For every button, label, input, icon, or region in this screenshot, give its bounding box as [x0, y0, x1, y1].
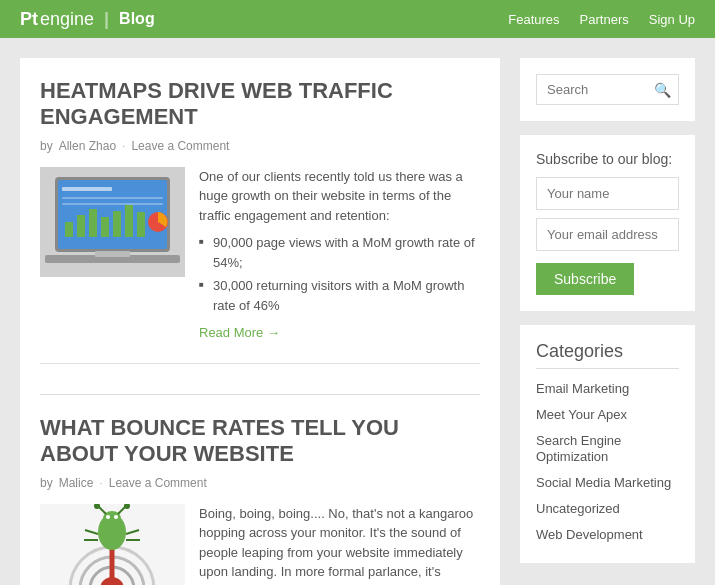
list-item: Uncategorized: [536, 495, 679, 521]
sidebar: 🔍 Subscribe to our blog: Subscribe Categ…: [520, 58, 695, 585]
article-1-body: One of our clients recently told us ther…: [40, 167, 480, 343]
search-icon: 🔍: [654, 82, 671, 98]
subscribe-button[interactable]: Subscribe: [536, 263, 634, 295]
category-seo[interactable]: Search Engine Optimization: [536, 433, 621, 464]
svg-rect-4: [62, 197, 163, 199]
article-1-bullet-1: 90,000 page views with a MoM growth rate…: [199, 233, 480, 272]
category-uncategorized[interactable]: Uncategorized: [536, 501, 620, 516]
content-area: HEATMAPS DRIVE WEB TRAFFIC ENGAGEMENT by…: [0, 38, 715, 585]
svg-rect-5: [62, 203, 163, 205]
svg-rect-8: [89, 209, 97, 237]
nav-signup[interactable]: Sign Up: [649, 12, 695, 27]
article-1-image: [40, 167, 185, 277]
logo-separator: |: [104, 9, 109, 30]
logo: Ptengine | Blog: [20, 9, 155, 30]
category-email-marketing[interactable]: Email Marketing: [536, 381, 629, 396]
article-2-byline: by: [40, 476, 53, 490]
article-2-title: WHAT BOUNCE RATES TELL YOU ABOUT YOUR WE…: [40, 415, 480, 468]
main-content: HEATMAPS DRIVE WEB TRAFFIC ENGAGEMENT by…: [20, 58, 500, 585]
category-web-dev[interactable]: Web Development: [536, 527, 643, 542]
article-2-sep: ·: [99, 476, 102, 490]
svg-rect-15: [95, 251, 130, 257]
categories-list: Email Marketing Meet Your Apex Search En…: [536, 375, 679, 547]
article-1-comment-link[interactable]: Leave a Comment: [131, 139, 229, 153]
article-2-intro: Boing, boing, boing.... No, that's not a…: [199, 504, 480, 585]
article-bounce: WHAT BOUNCE RATES TELL YOU ABOUT YOUR WE…: [40, 415, 480, 585]
article-2-author: Malice: [59, 476, 94, 490]
article-2-text: Boing, boing, boing.... No, that's not a…: [199, 504, 480, 585]
name-input[interactable]: [536, 177, 679, 210]
svg-point-27: [106, 515, 110, 519]
list-item: Meet Your Apex: [536, 401, 679, 427]
logo-blog: Blog: [119, 10, 155, 28]
svg-point-28: [114, 515, 118, 519]
article-1-bullets: 90,000 page views with a MoM growth rate…: [199, 233, 480, 315]
article-1-author: Allen Zhao: [59, 139, 116, 153]
article-2-image: [40, 504, 185, 585]
nav-features[interactable]: Features: [508, 12, 559, 27]
list-item: Web Development: [536, 521, 679, 547]
article-1-sep: ·: [122, 139, 125, 153]
svg-rect-3: [62, 187, 112, 191]
nav-partners[interactable]: Partners: [580, 12, 629, 27]
category-social-media[interactable]: Social Media Marketing: [536, 475, 671, 490]
svg-rect-11: [125, 205, 133, 237]
svg-rect-7: [77, 215, 85, 237]
category-meet-apex[interactable]: Meet Your Apex: [536, 407, 627, 422]
article-2-body: Boing, boing, boing.... No, that's not a…: [40, 504, 480, 585]
article-2-meta: by Malice · Leave a Comment: [40, 476, 480, 490]
article-heatmaps: HEATMAPS DRIVE WEB TRAFFIC ENGAGEMENT by…: [40, 78, 480, 364]
site-header: Ptengine | Blog Features Partners Sign U…: [0, 0, 715, 38]
svg-rect-10: [113, 211, 121, 237]
list-item: Social Media Marketing: [536, 469, 679, 495]
subscribe-card: Subscribe to our blog: Subscribe: [520, 135, 695, 311]
categories-card: Categories Email Marketing Meet Your Ape…: [520, 325, 695, 563]
search-card: 🔍: [520, 58, 695, 121]
article-2-comment-link[interactable]: Leave a Comment: [109, 476, 207, 490]
svg-rect-12: [137, 212, 145, 237]
list-item: Search Engine Optimization: [536, 427, 679, 469]
article-1-intro: One of our clients recently told us ther…: [199, 167, 480, 226]
subscribe-label: Subscribe to our blog:: [536, 151, 679, 167]
article-1-byline: by: [40, 139, 53, 153]
article-1-read-more[interactable]: Read More →: [199, 325, 280, 340]
categories-title: Categories: [536, 341, 679, 369]
logo-pt: Pt: [20, 9, 38, 30]
email-input[interactable]: [536, 218, 679, 251]
logo-engine: engine: [40, 9, 94, 30]
logo-area: Ptengine | Blog: [20, 9, 155, 30]
main-nav: Features Partners Sign Up: [508, 12, 695, 27]
article-1-meta: by Allen Zhao · Leave a Comment: [40, 139, 480, 153]
article-1-title: HEATMAPS DRIVE WEB TRAFFIC ENGAGEMENT: [40, 78, 480, 131]
article-1-bullet-2: 30,000 returning visitors with a MoM gro…: [199, 276, 480, 315]
article-divider: [40, 394, 480, 395]
svg-rect-6: [65, 222, 73, 237]
search-box: 🔍: [536, 74, 679, 105]
svg-rect-9: [101, 217, 109, 237]
article-1-text: One of our clients recently told us ther…: [199, 167, 480, 343]
list-item: Email Marketing: [536, 375, 679, 401]
